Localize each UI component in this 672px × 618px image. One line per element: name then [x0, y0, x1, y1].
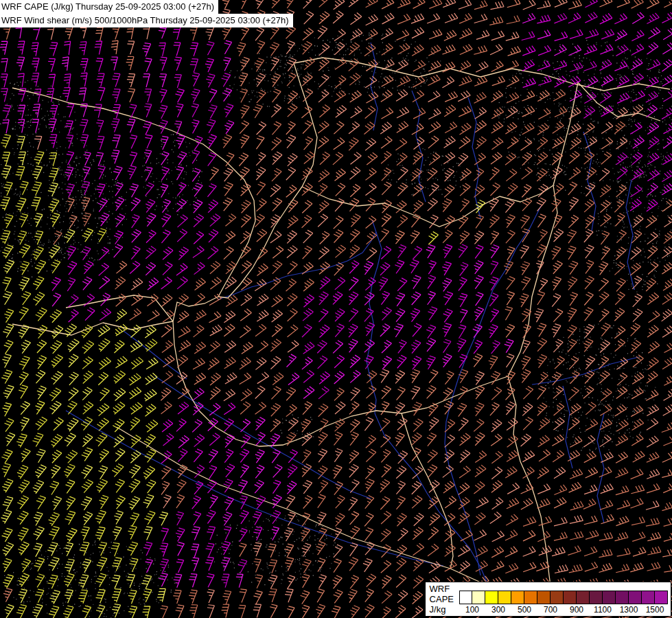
legend-scale-value: 1300 — [616, 605, 642, 615]
legend-scale-value: 500 — [511, 605, 537, 615]
map-title-cape: WRF CAPE (J/kg) Thursday 25-09-2025 03:0… — [0, 0, 218, 14]
legend-swatch — [564, 591, 577, 604]
legend-scale-value: 700 — [537, 605, 564, 615]
legend-swatch — [472, 591, 485, 604]
legend-model-label: WRF — [430, 584, 454, 594]
legend-units-label: J/kg — [430, 604, 454, 615]
map-title-windshear: WRF Wind shear (m/s) 500/1000hPa Thursda… — [0, 14, 293, 27]
legend-swatch — [551, 591, 564, 604]
legend-swatch — [524, 591, 537, 604]
legend-labels: WRF CAPE J/kg — [430, 584, 454, 615]
map-title-block: WRF CAPE (J/kg) Thursday 25-09-2025 03:0… — [0, 0, 293, 27]
legend-colorbar-block: 100300500700900110013001500 — [459, 584, 668, 615]
weather-map-canvas — [0, 0, 672, 618]
legend-variable-label: CAPE — [430, 594, 454, 604]
legend-scale-value: 1500 — [642, 605, 668, 615]
wrf-weather-map-page: WRF CAPE (J/kg) Thursday 25-09-2025 03:0… — [0, 0, 672, 618]
legend-scale-values: 100300500700900110013001500 — [459, 605, 668, 615]
legend-swatch — [655, 591, 668, 604]
legend-swatch — [485, 591, 498, 604]
legend-scale-value: 900 — [564, 605, 590, 615]
legend-swatch — [590, 591, 603, 604]
legend-swatch — [629, 591, 642, 604]
legend-swatch — [459, 591, 472, 604]
legend-swatch — [537, 591, 551, 604]
legend-swatch — [511, 591, 524, 604]
legend-swatch — [603, 591, 616, 604]
cape-legend: WRF CAPE J/kg 10030050070090011001300150… — [425, 582, 671, 617]
legend-scale-value: 1100 — [590, 605, 616, 615]
legend-swatch — [616, 591, 629, 604]
legend-colorbar — [459, 591, 668, 604]
legend-swatch — [577, 591, 590, 604]
legend-swatch — [642, 591, 655, 604]
legend-scale-value: 300 — [485, 605, 511, 615]
legend-scale-value: 100 — [459, 605, 485, 615]
legend-swatch — [498, 591, 511, 604]
